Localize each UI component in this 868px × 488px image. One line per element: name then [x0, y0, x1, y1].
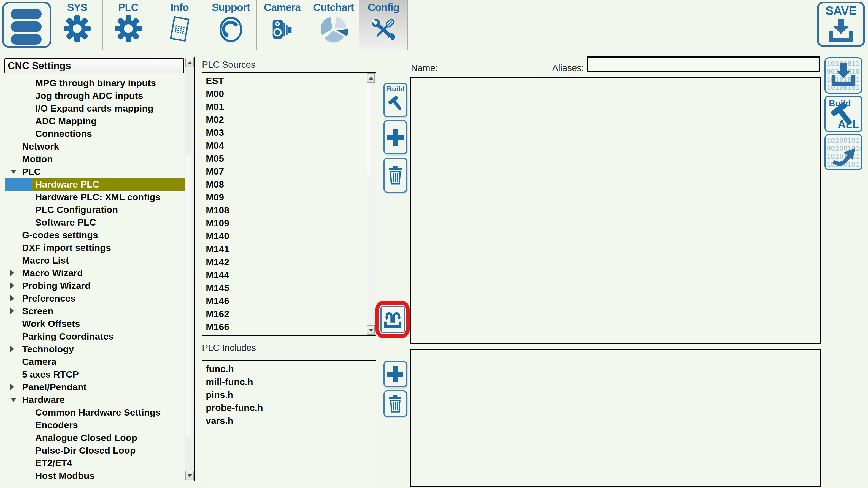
- list-item[interactable]: vars.h: [206, 414, 233, 427]
- tree-item[interactable]: Macro Wizard: [5, 267, 185, 279]
- expander-closed-icon[interactable]: [10, 283, 14, 289]
- tree-item[interactable]: Encoders: [5, 419, 185, 431]
- save-button[interactable]: SAVE: [817, 2, 865, 47]
- tab-cutchart[interactable]: Cutchart: [308, 0, 360, 50]
- tree-item[interactable]: Common Hardware Settings: [5, 406, 185, 419]
- list-item[interactable]: func.h: [206, 362, 234, 376]
- tree-scrollbar-thumb[interactable]: [186, 155, 193, 436]
- plc-source-editor[interactable]: [410, 76, 820, 344]
- tree-item[interactable]: Screen: [5, 304, 185, 317]
- list-item[interactable]: M05: [206, 152, 224, 165]
- list-item[interactable]: M01: [206, 100, 224, 113]
- tools-icon: [369, 14, 398, 45]
- list-item[interactable]: M109: [206, 217, 229, 230]
- hammer-icon: [387, 95, 405, 113]
- sources-scrollbar-thumb[interactable]: [367, 83, 374, 175]
- tree-item[interactable]: PLC: [5, 165, 185, 178]
- scroll-up-button[interactable]: [367, 73, 375, 83]
- tree-item[interactable]: Pulse-Dir Closed Loop: [5, 444, 185, 457]
- reload-sources-button[interactable]: [380, 306, 405, 333]
- list-item[interactable]: M166: [206, 320, 229, 333]
- expander-closed-icon[interactable]: [10, 295, 14, 301]
- expander-open-icon[interactable]: [10, 398, 17, 402]
- tree-item[interactable]: Jog through ADC inputs: [5, 89, 185, 102]
- list-item[interactable]: M167: [206, 333, 229, 336]
- list-item[interactable]: M07: [206, 165, 224, 178]
- tree-item[interactable]: Panel/Pendant: [5, 381, 185, 393]
- list-item[interactable]: mill-func.h: [206, 376, 253, 388]
- tab-support[interactable]: Support: [206, 0, 257, 50]
- tree-item[interactable]: 5 axes RTCP: [5, 368, 185, 381]
- list-item[interactable]: M108: [206, 204, 229, 217]
- list-item[interactable]: M162: [206, 307, 229, 320]
- list-item[interactable]: M141: [206, 242, 229, 256]
- tree-item[interactable]: Hardware PLC: [5, 178, 185, 191]
- list-item[interactable]: M146: [206, 294, 229, 307]
- expander-open-icon[interactable]: [10, 170, 17, 174]
- list-item[interactable]: M04: [206, 139, 224, 152]
- tree-item[interactable]: Probing Wizard: [5, 279, 185, 292]
- tree-item[interactable]: Hardware: [5, 393, 185, 406]
- tab-sys[interactable]: SYS: [52, 0, 103, 50]
- list-item[interactable]: M140: [206, 230, 229, 242]
- tree-item[interactable]: Camera: [5, 355, 185, 368]
- plc-includes-list[interactable]: func.hmill-func.hpins.hprobe-func.hvars.…: [202, 360, 376, 486]
- tree-item[interactable]: I/O Expand cards mapping: [5, 102, 185, 115]
- settings-tree-header[interactable]: CNC Settings: [4, 58, 184, 73]
- plc-sources-list[interactable]: ESTM00M01M02M03M04M05M07M08M09M108M109M1…: [202, 72, 376, 336]
- tree-item[interactable]: ADC Mapping: [5, 115, 185, 127]
- build-button[interactable]: Build: [383, 83, 407, 117]
- add-include-button[interactable]: [383, 361, 407, 388]
- tab-info[interactable]: Info: [154, 0, 206, 50]
- tree-item[interactable]: Preferences: [5, 292, 185, 304]
- list-item[interactable]: M142: [206, 256, 229, 268]
- scroll-up-button[interactable]: [185, 58, 194, 67]
- expander-closed-icon[interactable]: [10, 270, 14, 276]
- tree-item[interactable]: G-codes settings: [5, 229, 185, 241]
- tree-item[interactable]: DXF import settings: [5, 241, 185, 254]
- list-item[interactable]: pins.h: [206, 388, 233, 401]
- tree-item[interactable]: Host Modbus: [5, 469, 185, 481]
- tree-item[interactable]: Network: [5, 140, 185, 153]
- list-item[interactable]: M144: [206, 268, 229, 282]
- tree-scrollbar[interactable]: [185, 58, 194, 480]
- delete-source-button[interactable]: [383, 158, 407, 193]
- tab-config[interactable]: Config: [360, 0, 408, 50]
- list-item[interactable]: probe-func.h: [206, 401, 263, 414]
- list-item[interactable]: M08: [206, 178, 224, 191]
- list-item[interactable]: M09: [206, 191, 224, 204]
- sources-scrollbar[interactable]: [367, 73, 375, 335]
- expander-closed-icon[interactable]: [10, 384, 14, 390]
- tab-camera[interactable]: Camera: [257, 0, 308, 50]
- tree-item[interactable]: Parking Coordinates: [5, 330, 185, 343]
- tree-item[interactable]: MPG through binary inputs: [5, 76, 185, 89]
- delete-include-button[interactable]: [383, 390, 407, 417]
- save-binary-button[interactable]: 10101011 00101010 10101001 10100101: [825, 57, 863, 94]
- send-binary-button[interactable]: 101001011 001001010 10101011 10100101: [825, 134, 863, 170]
- scroll-down-button[interactable]: [185, 470, 194, 480]
- tree-item[interactable]: Macro List: [5, 254, 185, 267]
- tree-item[interactable]: Motion: [5, 153, 185, 165]
- tree-item[interactable]: Work Offsets: [5, 317, 185, 330]
- list-item[interactable]: EST: [206, 74, 224, 87]
- tree-item[interactable]: Hardware PLC: XML configs: [5, 191, 185, 203]
- tree-item[interactable]: ET2/ET4: [5, 457, 185, 469]
- tree-item[interactable]: Software PLC: [5, 216, 185, 229]
- build-output-box[interactable]: [410, 349, 820, 487]
- tree-item[interactable]: PLC Configuration: [5, 203, 185, 216]
- main-menu-button[interactable]: [2, 2, 51, 48]
- list-item[interactable]: M145: [206, 282, 229, 294]
- list-item[interactable]: M02: [206, 113, 224, 126]
- expander-closed-icon[interactable]: [10, 308, 14, 314]
- tree-item[interactable]: Analogue Closed Loop: [5, 431, 185, 444]
- aliases-input[interactable]: [587, 57, 820, 72]
- scroll-down-button[interactable]: [367, 325, 375, 335]
- expander-closed-icon[interactable]: [10, 346, 14, 352]
- tree-item[interactable]: Connections: [5, 127, 185, 140]
- tree-item[interactable]: Technology: [5, 343, 185, 355]
- add-source-button[interactable]: [383, 120, 407, 155]
- tab-plc[interactable]: PLC: [103, 0, 154, 50]
- build-all-button[interactable]: Build ALL: [825, 96, 863, 132]
- list-item[interactable]: M03: [206, 126, 224, 139]
- list-item[interactable]: M00: [206, 87, 224, 100]
